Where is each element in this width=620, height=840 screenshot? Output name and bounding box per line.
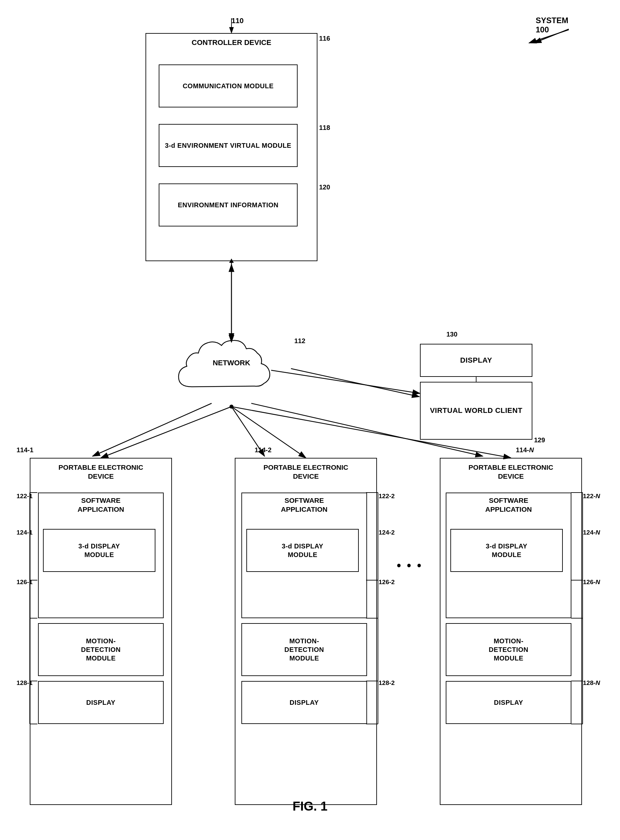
ref-120: 120 bbox=[319, 183, 330, 191]
pd2-label: PORTABLE ELECTRONICDEVICE bbox=[238, 463, 374, 481]
ref-129: 129 bbox=[534, 436, 545, 444]
fig-label: FIG. 1 bbox=[293, 799, 328, 814]
pd2-display-box: DISPLAY bbox=[241, 681, 367, 724]
pdN-label: PORTABLE ELECTRONICDEVICE bbox=[443, 463, 579, 481]
ref-118: 118 bbox=[319, 124, 330, 132]
network-label: NETWORK bbox=[213, 359, 250, 367]
env-virtual-module-box: 3-d ENVIRONMENT VIRTUAL MODULE bbox=[159, 124, 298, 167]
env-info-box: ENVIRONMENT INFORMATION bbox=[159, 183, 298, 227]
ref-114-N: 114-N bbox=[516, 446, 534, 454]
system-label: SYSTEM 100 bbox=[536, 16, 569, 35]
ref-128-2: 128-2 bbox=[379, 679, 395, 687]
pdN-display3d-box: 3-d DISPLAYMODULE bbox=[450, 529, 563, 572]
ref-114-2: 114-2 bbox=[254, 446, 271, 454]
ref-124-N: 124-N bbox=[583, 529, 600, 536]
ref-128-1: 128-1 bbox=[17, 679, 33, 687]
pdN-software-label: SOFTWAREAPPLICATION bbox=[449, 496, 568, 514]
ref-114-1: 114-1 bbox=[17, 446, 33, 454]
controller-device-label: CONTROLLER DEVICE bbox=[152, 38, 311, 48]
svg-line-4 bbox=[93, 403, 212, 456]
ref-126-N: 126-N bbox=[583, 579, 600, 586]
ref-110: 110 bbox=[232, 17, 244, 25]
network-cloud: NETWORK bbox=[172, 331, 291, 407]
pd2-motion-box: MOTION-DETECTIONMODULE bbox=[241, 623, 367, 676]
ref-128-N: 128-N bbox=[583, 679, 600, 687]
ref-126-2: 126-2 bbox=[379, 579, 395, 586]
pd2-software-label: SOFTWAREAPPLICATION bbox=[245, 496, 364, 514]
ref-116: 116 bbox=[319, 35, 330, 42]
pd1-display-box: DISPLAY bbox=[38, 681, 164, 724]
ref-124-2: 124-2 bbox=[379, 529, 395, 536]
virtual-world-client-outer-box: VIRTUAL WORLD CLIENT bbox=[420, 382, 533, 440]
ref-112: 112 bbox=[294, 337, 305, 345]
svg-line-3 bbox=[271, 370, 420, 394]
ref-122-N: 122-N bbox=[583, 493, 600, 500]
comm-module-box: COMMUNICATION MODULE bbox=[159, 65, 298, 107]
ellipsis: • • • bbox=[397, 559, 423, 573]
ref-122-2: 122-2 bbox=[379, 493, 395, 500]
ref-122-1: 122-1 bbox=[17, 493, 33, 500]
display-box: DISPLAY bbox=[420, 344, 533, 377]
ref-124-1: 124-1 bbox=[17, 529, 33, 536]
ref-126-1: 126-1 bbox=[17, 579, 33, 586]
pdN-display-box: DISPLAY bbox=[446, 681, 571, 724]
pd1-display3d-box: 3-d DISPLAYMODULE bbox=[43, 529, 155, 572]
pdN-motion-box: MOTION-DETECTIONMODULE bbox=[446, 623, 571, 676]
pd1-motion-box: MOTION-DETECTIONMODULE bbox=[38, 623, 164, 676]
pd1-software-label: SOFTWAREAPPLICATION bbox=[41, 496, 160, 514]
pd2-display3d-box: 3-d DISPLAYMODULE bbox=[246, 529, 359, 572]
ref-130: 130 bbox=[446, 331, 457, 338]
pd1-label: PORTABLE ELECTRONICDEVICE bbox=[33, 463, 169, 481]
diagram: SYSTEM 100 110 CONTROLLER DEVICE 116 COM… bbox=[0, 0, 620, 840]
